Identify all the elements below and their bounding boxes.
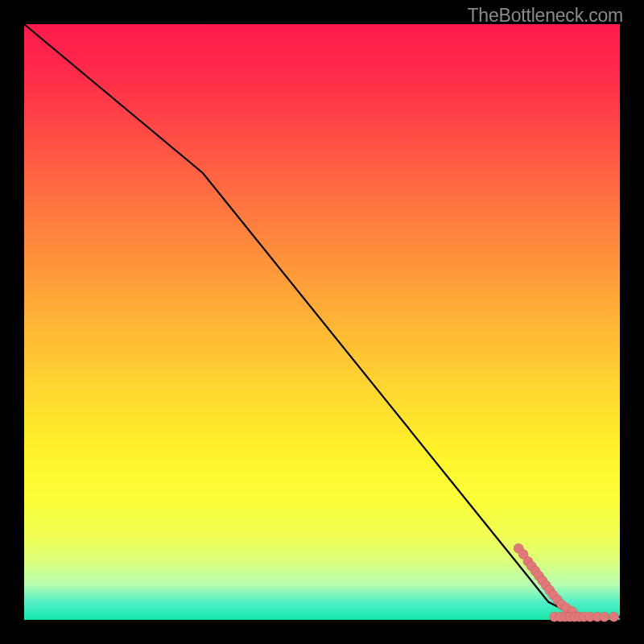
- chart-marker: [600, 612, 609, 621]
- chart-markers: [514, 543, 618, 621]
- chart-line: [24, 24, 620, 617]
- watermark-text: TheBottleneck.com: [468, 5, 623, 27]
- chart-marker: [609, 612, 619, 621]
- chart-overlay: [24, 24, 620, 620]
